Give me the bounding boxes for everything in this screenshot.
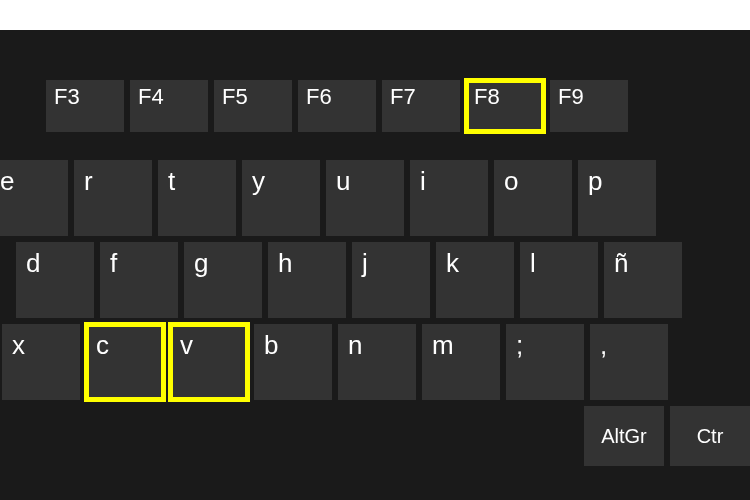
key-x[interactable]: x	[2, 324, 80, 400]
home-letter-row: d f g h j k l ñ	[0, 242, 750, 318]
key-k[interactable]: k	[436, 242, 514, 318]
key-g[interactable]: g	[184, 242, 262, 318]
key-i[interactable]: i	[410, 160, 488, 236]
key-y[interactable]: y	[242, 160, 320, 236]
key-e[interactable]: e	[0, 160, 68, 236]
key-d[interactable]: d	[16, 242, 94, 318]
key-f3[interactable]: F3	[46, 80, 124, 132]
key-altgr[interactable]: AltGr	[584, 406, 664, 466]
key-c[interactable]: c	[86, 324, 164, 400]
key-f6[interactable]: F6	[298, 80, 376, 132]
key-p[interactable]: p	[578, 160, 656, 236]
key-u[interactable]: u	[326, 160, 404, 236]
key-v[interactable]: v	[170, 324, 248, 400]
bottom-letter-row: x c v b n m ; ,	[0, 324, 750, 400]
key-h[interactable]: h	[268, 242, 346, 318]
key-o[interactable]: o	[494, 160, 572, 236]
key-n[interactable]: n	[338, 324, 416, 400]
key-comma[interactable]: ,	[590, 324, 668, 400]
key-r[interactable]: r	[74, 160, 152, 236]
modifier-key-row: AltGr Ctr	[0, 406, 750, 466]
key-f8[interactable]: F8	[466, 80, 544, 132]
key-l[interactable]: l	[520, 242, 598, 318]
key-f9[interactable]: F9	[550, 80, 628, 132]
top-letter-row: e r t y u i o p	[0, 160, 750, 236]
key-enye[interactable]: ñ	[604, 242, 682, 318]
key-f7[interactable]: F7	[382, 80, 460, 132]
key-m[interactable]: m	[422, 324, 500, 400]
key-f5[interactable]: F5	[214, 80, 292, 132]
on-screen-keyboard: F3 F4 F5 F6 F7 F8 F9 e r t y u i o p d f…	[0, 30, 750, 500]
function-key-row: F3 F4 F5 F6 F7 F8 F9	[0, 80, 750, 132]
key-t[interactable]: t	[158, 160, 236, 236]
key-f[interactable]: f	[100, 242, 178, 318]
spacer	[12, 406, 578, 466]
key-j[interactable]: j	[352, 242, 430, 318]
key-semicolon[interactable]: ;	[506, 324, 584, 400]
key-f4[interactable]: F4	[130, 80, 208, 132]
key-b[interactable]: b	[254, 324, 332, 400]
key-ctrl[interactable]: Ctr	[670, 406, 750, 466]
